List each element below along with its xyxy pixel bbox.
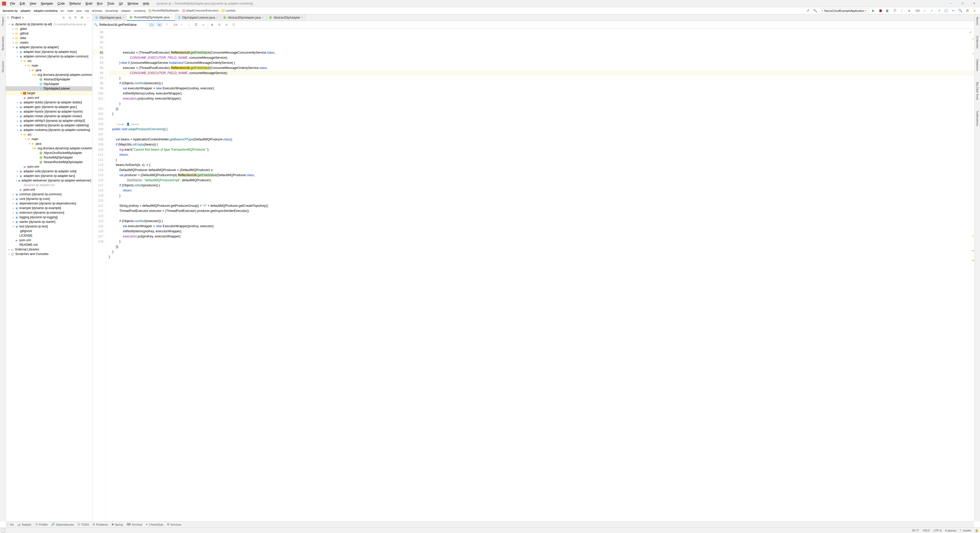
menu-edit[interactable]: Edit [18,1,27,6]
tree-item[interactable]: ▸▣starter [dynamic-tp-starter] [6,220,92,224]
next-match-icon[interactable]: ↓ [186,22,192,27]
editor-tab[interactable]: IDtpAdapter.java× [92,14,127,21]
bottom-tool-todo[interactable]: ☑TODO [78,523,89,526]
maximize-button[interactable]: ☐ [956,0,968,7]
bottom-tool-git[interactable]: ᚶGit [7,523,14,526]
tree-item[interactable]: ▸▣example [dynamic-tp-example] [6,206,92,210]
file-encoding[interactable]: UTF-8 [934,529,942,532]
tree-item[interactable]: ▾▣dynamic-tp [dynamic-tp-all]D:\code\git… [6,22,92,27]
select-all-occurrences-icon[interactable]: ⎘ [216,22,222,27]
filter-icon[interactable]: ▽ [231,22,236,27]
tree-item[interactable]: ▾📁src [6,59,92,63]
toggle-filter-icon[interactable]: ≡ [224,22,229,27]
tree-item[interactable]: ▾▣adapter [dynamic-tp-adapter] [6,45,92,49]
tool-tab-big-data-tools[interactable]: Big Data Tools [975,80,980,102]
tool-tab-database[interactable]: Database [975,58,980,73]
tree-item[interactable]: ▫LICENSE [6,233,92,238]
breadcrumb-item[interactable]: RocketMqDtpAdapter [147,9,181,12]
breadcrumb-item[interactable]: adapter [120,9,132,12]
select-all-icon[interactable]: ☰ [193,22,199,27]
readonly-lock-icon[interactable]: 🔒 [975,529,978,532]
tree-item[interactable]: ▸▣adapter-hystrix [dynamic-tp-adapter-hy… [6,109,92,114]
close-button[interactable]: ✕ [968,0,980,7]
tree-item[interactable]: CStreamRocketMqDtpAdapter [6,160,92,164]
vcs-history-icon[interactable]: 🕘 [943,8,949,14]
profile-button[interactable]: ⏱ [892,8,897,14]
tree-item[interactable]: ▸📁.github [6,31,92,36]
tree-item[interactable]: CAbstractDtpAdapter [6,77,92,82]
reload-icon[interactable]: ↺ [805,8,811,14]
prev-match-icon[interactable]: ↑ [179,22,185,27]
breadcrumb-item[interactable]: adapter [19,9,32,12]
breadcrumb-item[interactable]: dynamictp [104,9,120,12]
menu-navigate[interactable]: Navigate [39,1,55,6]
tool-tab-endpoints[interactable]: Endpoints [975,35,980,50]
close-tab-icon[interactable]: × [216,16,218,19]
vcs-push-icon[interactable]: ↗ [936,8,942,14]
error-stripe[interactable] [971,29,974,521]
tree-item[interactable]: ▸▣dependencies [dynamic-tp-dependencies] [6,201,92,206]
tree-item[interactable]: ▸▣adapter-brpc [dynamic-tp-adapter-brpc] [6,49,92,54]
tree-item[interactable]: mpom.xml [6,164,92,169]
tree-item[interactable]: ▾📁main [6,63,92,68]
run-button[interactable]: ▶ [870,8,876,14]
minimize-button[interactable]: ─ [945,0,956,7]
tree-item[interactable]: mpom.xml [6,238,92,242]
menu-window[interactable]: Window [125,1,140,6]
menu-file[interactable]: File [8,1,17,6]
menu-help[interactable]: Help [141,1,151,6]
code-content[interactable]: ✓ executor = (ThreadPoolExecutor) Reflec… [106,29,974,521]
tree-item[interactable]: ▸target [6,91,92,95]
add-selection-icon[interactable]: ⊕ [209,22,215,27]
tool-windows-toggle[interactable] [2,529,5,532]
bottom-tool-statistic[interactable]: 📊Statistic [17,523,32,526]
ide-updates-icon[interactable]: ● [972,8,977,14]
menu-refactor[interactable]: Refactor [67,1,83,6]
tree-item[interactable]: ▸▣core [dynamic-tp-core] [6,197,92,201]
tree-item[interactable]: ▫.gitignore [6,229,92,233]
tree-item[interactable]: ▫README.md [6,242,92,247]
tool-tab-structure[interactable]: Structure [1,59,5,74]
breadcrumb-item[interactable]: dynamic-tp [1,9,19,12]
git-branch[interactable]: ᚶ master [960,529,971,532]
breadcrumb-item[interactable]: org [83,9,90,12]
expand-all-icon[interactable]: ⇲ [67,15,72,20]
stop-button[interactable]: ■ [906,8,912,14]
tree-item[interactable]: ▾▣adapter-common [dynamic-tp-adapter-com… [6,54,92,59]
select-opened-file-icon[interactable]: ⊙ [61,15,66,20]
run-configuration-selector[interactable]: ▸ NacosCloudExampleApplication ▾ [819,8,869,13]
tree-item[interactable]: ▾▣adapter-rocketmq [dynamic-tp-adapter-r… [6,127,92,132]
menu-git[interactable]: Git [117,1,125,6]
collapse-all-icon[interactable]: ⇱ [73,15,78,20]
bottom-tool-problems[interactable]: ⊘Problems [93,523,108,526]
bottom-tool-terminal[interactable]: ⌨Terminal [127,523,142,526]
breadcrumb-item[interactable]: adapter-rocketmq [32,9,59,12]
search-everywhere-icon[interactable]: 🔍 [958,8,963,14]
menu-build[interactable]: Build [83,1,94,6]
tree-item[interactable]: ▾📁org.dromara.dynamictp.adapter.rocketmq [6,146,92,151]
breadcrumb-item[interactable]: Lambda [220,9,237,12]
close-tab-icon[interactable]: × [262,16,264,19]
bottom-tool-spring[interactable]: ❀Spring [111,523,123,526]
breadcrumbs[interactable]: dynamic-tpadapteradapter-rocketmqsrcmain… [1,9,237,12]
tool-tab-bookmarks[interactable]: Bookmarks [1,35,5,52]
close-tab-icon[interactable]: × [301,16,303,19]
menu-view[interactable]: View [27,1,38,6]
tree-item[interactable]: ▾📁main [6,137,92,142]
tree-item[interactable]: ▸▣extension [dynamic-tp-extension] [6,210,92,215]
vcs-commit-icon[interactable]: ✓ [929,8,935,14]
words-toggle[interactable]: W [156,23,162,27]
breadcrumb-item[interactable]: dromara [90,9,104,12]
indent-settings[interactable]: 4 spaces [945,529,956,532]
build-icon[interactable]: 🔨 [812,8,818,14]
tree-item[interactable]: IDtpAdapter [6,82,92,86]
tree-item[interactable]: mpom.xml [6,187,92,192]
debug-button[interactable]: 🐞 [878,8,883,14]
tree-item[interactable]: ▸📁.gitee [6,27,92,31]
tool-tab-project[interactable]: Project [1,15,5,27]
tree-item[interactable]: ▸▣adapter-dubbo [dynamic-tp-adapter-dubb… [6,100,92,105]
tree-item[interactable]: ▸▣adapter-rabbitmq [dynamic-tp-adapter-r… [6,123,92,127]
vcs-rollback-icon[interactable]: ↩ [950,8,956,14]
more-run-button[interactable]: ⋮ [899,8,905,14]
menu-tools[interactable]: Tools [105,1,116,6]
